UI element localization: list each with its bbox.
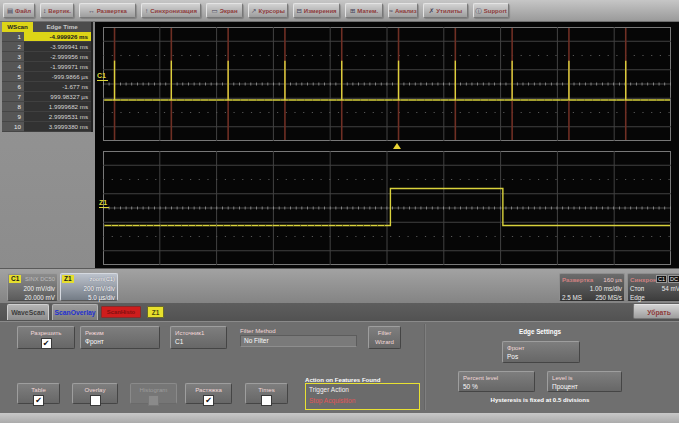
row-index: 6 xyxy=(2,82,24,92)
timebase-samples: 2.5 MS xyxy=(562,294,582,301)
menu-button-3[interactable]: ↔Развертка xyxy=(79,3,136,18)
source-dropdown[interactable]: Источник1 C1 xyxy=(170,326,227,349)
edge-time-value: -1.999971 ms xyxy=(24,62,91,72)
timebase-delay: 160 µs xyxy=(603,276,622,283)
row-index: 5 xyxy=(2,72,24,82)
menu-button-11[interactable]: ⓘSupport xyxy=(473,3,509,18)
trigger-coupling-badge: DC xyxy=(668,275,679,283)
row-index: 3 xyxy=(2,52,24,62)
table-row[interactable]: 103.9999380 ms xyxy=(2,122,91,132)
menu-button-4[interactable]: ↑Синхронизация xyxy=(141,3,201,18)
trigger-descriptor[interactable]: Синхрон C1DC Стоп 54 mV Edge xyxy=(627,273,679,301)
trigger-action-value: Stop Acquisition xyxy=(309,397,355,404)
enable-checkbox-group[interactable]: Разрешить ✔ xyxy=(17,326,75,349)
menu-button-10[interactable]: ✗Утилиты xyxy=(423,3,468,18)
edge-time-value: -1.677 ns xyxy=(24,82,91,92)
timebase-descriptor[interactable]: Развертка 160 µs 1.00 ms/div 2.5 MS 250 … xyxy=(559,273,625,301)
trigger-position-marker[interactable] xyxy=(393,143,401,149)
percent-level-label: Percent level xyxy=(463,374,498,381)
tab-wavescan[interactable]: WaveScan xyxy=(7,304,49,320)
menu-button-6[interactable]: ↗Курсоры xyxy=(248,3,288,18)
trigger-source-badge: C1 xyxy=(656,275,667,283)
checkbox[interactable] xyxy=(90,395,101,406)
analysis-icon: ≈ xyxy=(389,7,393,14)
menu-button-label: Экран xyxy=(220,8,238,14)
trigger-icon: ↑ xyxy=(145,7,148,14)
percent-level-field[interactable]: Percent level 50 % xyxy=(458,371,535,392)
checkbox[interactable]: ✔ xyxy=(33,395,44,406)
table-row[interactable]: 81.9999682 ms xyxy=(2,102,91,112)
menu-button-label: Вертик. xyxy=(48,8,71,14)
checkbox-group-table[interactable]: Table✔ xyxy=(17,383,60,404)
menu-button-1[interactable]: ▤Файл xyxy=(3,3,35,18)
enable-label: Разрешить xyxy=(18,329,74,336)
source-label: Источник1 xyxy=(175,329,204,336)
trace-label-z1[interactable]: Z1 xyxy=(99,199,109,208)
menu-button-2[interactable]: ↕Вертик. xyxy=(40,3,74,18)
menu-button-5[interactable]: ▭Экран xyxy=(206,3,243,18)
trigger-kind: Edge xyxy=(630,294,645,301)
edge-time-value: -2.999956 ms xyxy=(24,52,91,62)
table-row[interactable]: 5-999.9866 µs xyxy=(2,72,91,82)
descriptor-strip: C1 SINX DC50 200 mV/div 20.000 mV Z1 zoo… xyxy=(0,268,679,305)
table-header: WScan Edge Time xyxy=(2,22,91,32)
edge-time-value: 3.9999380 ms xyxy=(24,122,91,132)
level-is-dropdown[interactable]: Level is Процент xyxy=(547,371,622,392)
menu-button-9[interactable]: ≈Анализ xyxy=(388,3,418,18)
waveform-area: C1 Z1 xyxy=(95,22,679,268)
table-row[interactable]: 1-4.999926 ms xyxy=(2,32,91,42)
trigger-mode: Стоп xyxy=(630,285,644,292)
measure-icon: ⊟ xyxy=(296,7,301,14)
edge-time-value: 1.9999682 ms xyxy=(24,102,91,112)
tab-scanhisto[interactable]: ScanHisto xyxy=(101,306,141,318)
c1-vscale: 200 mV/div xyxy=(24,285,56,292)
slope-dropdown[interactable]: Фронт Pos xyxy=(502,341,580,363)
table-row[interactable]: 4-1.999971 ms xyxy=(2,62,91,72)
vertical-icon: ↕ xyxy=(43,7,46,14)
menu-button-8[interactable]: ⊞Матем. xyxy=(345,3,383,18)
filter-wizard-button[interactable]: Filter Wizard xyxy=(368,326,401,349)
table-row[interactable]: 92.9999531 ms xyxy=(2,112,91,122)
menu-button-label: Измерения xyxy=(304,8,337,14)
tab-z1[interactable]: Z1 xyxy=(147,306,164,318)
table-row[interactable]: 3-2.999956 ms xyxy=(2,52,91,62)
close-dialog-button[interactable]: Убрать xyxy=(633,304,679,319)
dialog-body: Разрешить ✔ Режим Фронт Источник1 C1 Fil… xyxy=(0,321,679,413)
c1-offset: 20.000 mV xyxy=(25,294,55,301)
c1-tag: C1 xyxy=(9,275,21,283)
timebase-rate: 250 MS/s xyxy=(595,294,622,301)
checkbox-group-overlay[interactable]: Overlay xyxy=(72,383,118,404)
checkbox[interactable]: ✔ xyxy=(203,395,214,406)
checkbox-group-растяжка[interactable]: Растяжка✔ xyxy=(185,383,232,404)
channel-descriptor-c1[interactable]: C1 SINX DC50 200 mV/div 20.000 mV xyxy=(7,273,58,301)
edge-time-value: -3.999941 ms xyxy=(24,42,91,52)
edge-time-value: -4.999926 ms xyxy=(24,32,91,42)
menu-button-7[interactable]: ⊟Измерения xyxy=(293,3,340,18)
table-row[interactable]: 6-1.677 ns xyxy=(2,82,91,92)
table-row[interactable]: 7999.98327 µs xyxy=(2,92,91,102)
cursors-icon: ↗ xyxy=(251,7,256,14)
row-index: 1 xyxy=(2,32,24,42)
level-is-value: Процент xyxy=(552,383,578,390)
trace-label-c1[interactable]: C1 xyxy=(97,72,108,81)
grid-c1[interactable] xyxy=(103,27,671,141)
row-index: 2 xyxy=(2,42,24,52)
enable-checkbox[interactable]: ✔ xyxy=(41,338,52,349)
trace-descriptor-z1[interactable]: Z1 zoom(C1) 200 mV/div 5.0 µs/div xyxy=(60,273,118,301)
grid-z1[interactable] xyxy=(103,151,671,265)
filter-method-dropdown[interactable]: No Filter xyxy=(240,335,357,347)
timebase-icon: ↔ xyxy=(88,7,95,14)
source-value: C1 xyxy=(175,338,183,345)
menu-button-label: Курсоры xyxy=(259,8,285,14)
table-row[interactable]: 2-3.999941 ms xyxy=(2,42,91,52)
section-divider xyxy=(424,324,426,410)
wavescan-table: WScan Edge Time 1-4.999926 ms2-3.999941 … xyxy=(2,22,93,132)
oscilloscope-app: ▤Файл↕Вертик.↔Развертка↑Синхронизация▭Эк… xyxy=(0,0,679,423)
checkbox-group-times[interactable]: Times xyxy=(245,383,288,404)
trigger-action-dropdown[interactable]: Trigger Action Stop Acquisition xyxy=(305,383,420,410)
checkbox[interactable] xyxy=(261,395,272,406)
tab-scanoverlay[interactable]: ScanOverlay xyxy=(52,304,98,320)
mode-dropdown[interactable]: Режим Фронт xyxy=(80,326,160,349)
display-icon: ▭ xyxy=(211,7,217,14)
support-icon: ⓘ xyxy=(475,7,482,14)
